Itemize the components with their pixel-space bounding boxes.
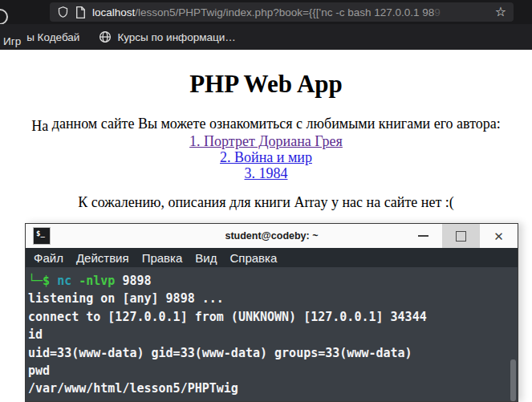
window-controls: ✕: [404, 224, 518, 248]
menu-actions[interactable]: Действия: [76, 251, 129, 265]
terminal-line: id: [28, 326, 518, 343]
bookmark-star-icon[interactable]: ☆: [495, 6, 506, 18]
url-host: localhost: [92, 6, 135, 18]
terminal-line: /var/www/html/lesson5/PHPTwig: [28, 380, 518, 397]
terminal-line: listening on [any] 9898 ...: [28, 290, 518, 307]
terminal-menubar: Файл Действия Правка Вид Справка: [26, 248, 518, 267]
bookmark-label-part1: Игр: [3, 35, 21, 47]
terminal-line: pwd: [28, 362, 518, 380]
url-truncated-char: 9: [434, 6, 441, 18]
terminal-scrollbar-thumb[interactable]: [510, 359, 516, 401]
close-button[interactable]: ✕: [480, 224, 518, 248]
url-text[interactable]: localhost/lesson5/PHPTwig/index.php?book…: [92, 6, 489, 18]
book-link-3[interactable]: 3. 1984: [0, 165, 532, 181]
command-name: nc: [57, 274, 71, 288]
intro-text: На данном сайте Вы можете ознакомиться с…: [0, 116, 532, 132]
bookmark-item-kodebay[interactable]: Игры Кодебай: [3, 31, 79, 43]
terminal-titlebar[interactable]: $_ student@codeby: ~ ✕: [26, 224, 518, 248]
terminal-command-line: └─$ nc -nlvp 9898: [28, 272, 518, 290]
maximize-button[interactable]: [442, 224, 480, 248]
bookmark-label: Курсы по информаци…: [117, 31, 235, 43]
globe-icon: [99, 30, 112, 43]
command-options: -nlvp: [71, 274, 122, 288]
intro-text-part2: данном сайте Вы можете ознакомиться с лю…: [48, 116, 501, 132]
minimize-icon: [418, 235, 428, 237]
shield-icon[interactable]: [57, 6, 69, 18]
page-title: PHP Web App: [0, 70, 532, 99]
address-bar[interactable]: localhost/lesson5/PHPTwig/index.php?book…: [50, 2, 514, 22]
menu-help[interactable]: Справка: [229, 251, 277, 265]
menu-view[interactable]: Вид: [195, 251, 217, 265]
page-info-icon[interactable]: [75, 6, 86, 18]
book-link-list: 1. Портрет Дориана Грея 2. Война и мир 3…: [0, 133, 532, 181]
clipped-toolbar-icon: [0, 9, 8, 25]
intro-text-part1: На: [31, 118, 48, 134]
bookmarks-bar: Игры Кодебай Курсы по информаци…: [0, 24, 532, 50]
book-link-2[interactable]: 2. Война и мир: [0, 149, 532, 165]
terminal-line: connect to [127.0.0.1] from (UNKNOWN) [1…: [28, 308, 518, 326]
menu-edit[interactable]: Правка: [142, 251, 183, 265]
terminal-line-partial: ^C: [28, 398, 518, 401]
terminal-window: $_ student@codeby: ~ ✕ Файл Действия Пра…: [25, 223, 518, 402]
bookmark-label-part2: ы Кодебай: [26, 31, 79, 43]
book-link-1[interactable]: 1. Портрет Дориана Грея: [0, 133, 532, 149]
command-port: 9898: [122, 274, 151, 288]
screenshot-root: localhost/lesson5/PHPTwig/index.php?book…: [0, 0, 532, 402]
book-error-text: К сожалению, описания для книги Array у …: [0, 194, 532, 211]
bookmark-item-courses[interactable]: Курсы по информаци…: [99, 30, 235, 43]
close-icon: ✕: [493, 230, 504, 242]
shell-prompt: └─$: [28, 274, 57, 288]
minimize-button[interactable]: [404, 224, 442, 248]
terminal-app-icon: $_: [33, 227, 51, 245]
menu-file[interactable]: Файл: [34, 251, 63, 265]
url-path: /lesson5/PHPTwig/index.php?book={{['nc -…: [135, 6, 434, 18]
terminal-output[interactable]: └─$ nc -nlvp 9898 listening on [any] 989…: [26, 268, 518, 401]
maximize-icon: [456, 231, 466, 242]
terminal-line: uid=33(www-data) gid=33(www-data) groups…: [28, 344, 518, 362]
browser-toolbar: localhost/lesson5/PHPTwig/index.php?book…: [0, 0, 532, 24]
